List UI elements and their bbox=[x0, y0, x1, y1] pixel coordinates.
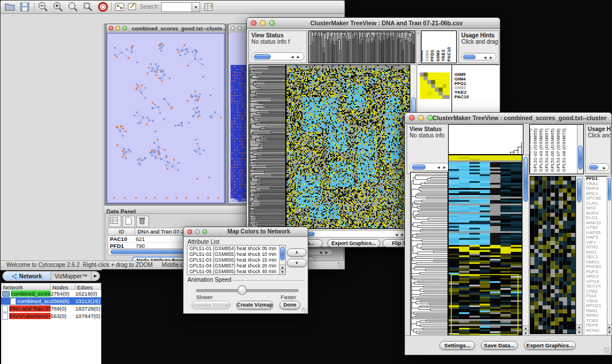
tv1-column-label[interactable]: GIM3 bbox=[435, 50, 441, 62]
network-edges: 16218(0) bbox=[75, 290, 101, 297]
tv2-array-label[interactable]: GPL51-04 (GSM857) bbox=[544, 128, 549, 172]
frame-titlebar[interactable]: combined_scores_good.txt--cluste... bbox=[106, 24, 225, 33]
network-view-canvas[interactable] bbox=[108, 34, 224, 202]
tv2-array-label[interactable]: GPL51-02 (GSM855) bbox=[533, 128, 538, 172]
done-button[interactable]: Done bbox=[280, 301, 300, 309]
tv1-view-status-panel: View Status No status info f ◀ ▶ bbox=[248, 30, 307, 63]
tv1-zoom-heatmap[interactable] bbox=[420, 72, 450, 99]
window-resize-grip[interactable] bbox=[604, 347, 610, 354]
tv1-row-dendrogram[interactable] bbox=[248, 64, 286, 229]
tv2-settings-button[interactable]: Settings... bbox=[439, 341, 475, 350]
tv1-hints-scrollbar[interactable]: ◀ ▶ bbox=[461, 53, 496, 60]
window-resize-grip[interactable] bbox=[338, 262, 344, 269]
tv1-column-label[interactable]: PFD1 bbox=[430, 50, 435, 62]
network-tree-row[interactable]: combined_sco2569(6)13112(15) bbox=[1, 297, 101, 305]
tv2-export-graphics-button[interactable]: Export Graphics... bbox=[524, 341, 576, 350]
select-attributes-icon[interactable] bbox=[109, 216, 121, 227]
vizmapper-icon[interactable] bbox=[114, 1, 125, 13]
zoom-fit-icon[interactable] bbox=[82, 1, 94, 13]
minimize-button[interactable] bbox=[195, 229, 200, 234]
frame-minimize-button[interactable] bbox=[238, 26, 242, 30]
dialog-resize-grip[interactable] bbox=[302, 308, 307, 313]
tv2-array-label[interactable]: GPL51-03 (GSM856) bbox=[538, 128, 544, 172]
tv1-column-label[interactable]: PAC10 bbox=[446, 47, 452, 62]
network-name: DNA and Tran 07 bbox=[9, 305, 51, 312]
tv1-status-scrollbar[interactable]: ◀ ▶ bbox=[251, 52, 304, 60]
attribute-list-item[interactable]: GPL51-03 (GSM856) heat shock 15 min bbox=[188, 257, 279, 263]
search-input[interactable] bbox=[161, 2, 192, 12]
create-vizmap-button[interactable]: Create Vizmap bbox=[236, 301, 273, 309]
animate-vizmap-button[interactable]: Animate Vizmap bbox=[192, 301, 231, 309]
attribute-table-icon[interactable] bbox=[203, 1, 215, 13]
tv2-hints-scrollbar[interactable]: ▶ bbox=[587, 163, 609, 171]
minimize-button[interactable] bbox=[260, 20, 266, 26]
gene-label[interactable]: MON2 bbox=[585, 328, 607, 334]
attribute-list[interactable]: GPL51-01 (GSM854) heat shock 05 minGPL51… bbox=[187, 245, 286, 275]
tv1-column-dendrogram[interactable] bbox=[308, 30, 415, 63]
animation-speed-slider[interactable] bbox=[196, 289, 299, 292]
tv1-splitter-arrow[interactable]: ▸ bbox=[416, 30, 420, 63]
save-icon[interactable] bbox=[19, 1, 30, 13]
search-dropdown-button[interactable]: ▼ bbox=[192, 2, 200, 12]
network-tree-row[interactable]: RNAPuberNov2+!563(0)107847(0) bbox=[1, 312, 101, 320]
zoom-button[interactable] bbox=[202, 229, 207, 234]
tv2-status-scrollbar[interactable]: ◀ ▶ bbox=[410, 163, 450, 171]
attribute-list-scrollbar[interactable]: ▲ ▼ bbox=[279, 246, 285, 274]
tv2-heatmap-vscrollbar[interactable]: ▲▼ bbox=[522, 155, 529, 337]
tv2-heatmap[interactable] bbox=[448, 155, 522, 337]
tv2-zoom-vscrollbar[interactable]: ▲▼ bbox=[576, 176, 583, 336]
attribute-list-item[interactable]: GPL51-02 (GSM855) heat shock 10 min bbox=[188, 251, 279, 257]
tv2-array-labels-scrollbar[interactable] bbox=[577, 125, 583, 174]
tv2-row-dendrogram[interactable] bbox=[410, 172, 448, 336]
close-button[interactable] bbox=[188, 229, 192, 234]
tv2-save-data-button[interactable]: Save Data... bbox=[481, 341, 518, 350]
annotation-icon[interactable] bbox=[127, 1, 138, 13]
frame-minimize-button[interactable] bbox=[116, 26, 120, 30]
tv1-titlebar[interactable]: ClusterMaker TreeView : DNA and Tran 07-… bbox=[247, 18, 500, 29]
tv2-titlebar[interactable]: ClusterMaker TreeView : combined_scores_… bbox=[405, 113, 611, 124]
minimize-button[interactable] bbox=[418, 115, 424, 121]
network-tree-row[interactable]: combined_scores2764(0)16218(0) bbox=[1, 290, 101, 297]
network-name: RNAPuberNov2+! bbox=[9, 313, 51, 319]
delete-attribute-trash-icon[interactable] bbox=[136, 216, 149, 227]
tv2-gene-scrollbar[interactable]: ▲▼ bbox=[607, 176, 612, 336]
frame-zoom-button[interactable] bbox=[123, 26, 127, 30]
tab-vizmapper[interactable]: VizMapper™ bbox=[51, 271, 91, 281]
network-table-header[interactable]: Network Nodes Edges bbox=[1, 283, 101, 290]
zoom-in-icon[interactable] bbox=[52, 1, 64, 13]
attribute-list-item[interactable]: GPL51-04 (GSM857) heat shock 20 min bbox=[188, 263, 279, 269]
desktop: Cytoscape Desktop (Session Name: collins… bbox=[0, 0, 612, 364]
tv2-zoom-heatmap[interactable] bbox=[530, 176, 576, 334]
tv1-column-label[interactable]: GIM4 bbox=[424, 50, 430, 62]
zoom-selected-icon[interactable] bbox=[67, 1, 79, 13]
zoom-button[interactable] bbox=[269, 20, 275, 26]
move-up-button[interactable]: ∧ bbox=[287, 248, 307, 256]
tv1-column-label[interactable]: GIM5 bbox=[421, 50, 424, 62]
tv1-heatmap[interactable] bbox=[286, 64, 410, 229]
tv2-array-label[interactable]: GPL51-07 (GSM868) bbox=[556, 128, 561, 172]
tab-network[interactable]: Network bbox=[3, 271, 51, 281]
tv1-column-label[interactable]: YKE2 bbox=[441, 49, 446, 62]
zoom-out-icon[interactable] bbox=[37, 1, 49, 13]
tabs-more-button[interactable]: ▶ bbox=[91, 271, 100, 281]
tv2-array-label[interactable]: GPL51-01 (GSM854) bbox=[529, 128, 532, 172]
help-lifesaver-icon[interactable] bbox=[97, 1, 109, 13]
frame-close-button[interactable] bbox=[109, 26, 113, 30]
dialog-titlebar[interactable]: Map Colors to Network bbox=[183, 227, 308, 237]
tv1-export-graphics-button[interactable]: Export Graphics... bbox=[327, 239, 380, 247]
tv2-array-label[interactable]: GPL51-06 (GSM865) bbox=[550, 128, 555, 172]
close-button[interactable] bbox=[409, 115, 415, 121]
new-attribute-icon[interactable] bbox=[123, 216, 135, 227]
slider-thumb[interactable] bbox=[238, 285, 247, 295]
tv2-column-dendrogram[interactable] bbox=[448, 124, 523, 155]
scroll-arrows[interactable]: ◀ ▶ bbox=[319, 250, 329, 254]
close-button[interactable] bbox=[251, 20, 257, 26]
tv1-row-label[interactable]: PAC10 bbox=[454, 95, 498, 99]
network-tree-row[interactable]: DNA and Tran 07769(0)183728(0) bbox=[1, 305, 101, 312]
attribute-list-item[interactable]: GPL51-01 (GSM854) heat shock 05 min bbox=[188, 246, 279, 251]
open-file-icon[interactable] bbox=[4, 1, 16, 13]
frame-close-button[interactable] bbox=[231, 26, 235, 30]
tv2-array-label[interactable]: GPL51-08 (GSM872) bbox=[561, 128, 567, 172]
attribute-list-item[interactable]: GPL51-06 (GSM865) heat shock 40 min bbox=[188, 269, 279, 274]
move-down-button[interactable]: ∨ bbox=[287, 259, 307, 267]
